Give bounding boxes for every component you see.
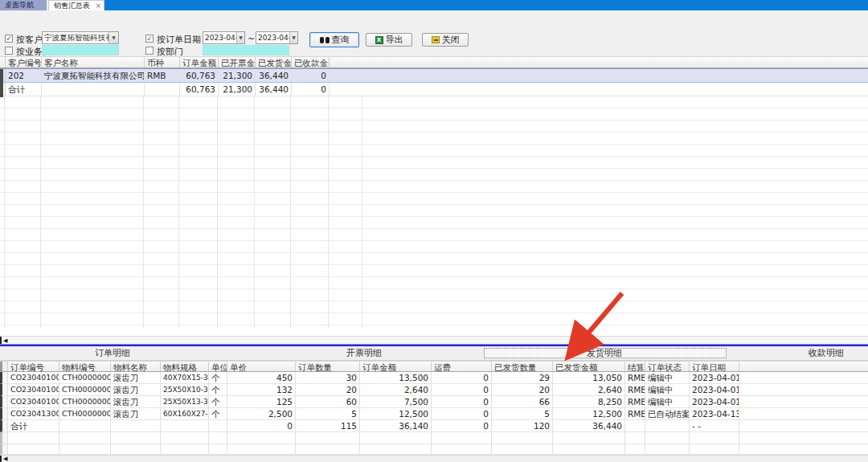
customer-combobox[interactable]: 宁波夏拓智能科技有限公 ▼	[42, 31, 119, 44]
close-icon[interactable]: ×	[95, 1, 101, 11]
cell[interactable]: 2,500	[227, 408, 296, 420]
cell[interactable]: 60,763	[180, 83, 219, 96]
header-material-name[interactable]: 物料名称	[111, 362, 161, 371]
cell[interactable]	[111, 420, 161, 432]
cell[interactable]: 0	[432, 372, 492, 384]
header-unit[interactable]: 单位	[209, 362, 227, 371]
header-unit-price[interactable]: 单价	[227, 362, 296, 371]
header-order-amount[interactable]: 订单金额	[360, 362, 432, 371]
cell[interactable]: 60,763	[180, 69, 219, 82]
header-shipped-amount[interactable]: 已发货金额	[553, 362, 625, 371]
header-currency[interactable]: 币种	[145, 57, 180, 67]
order-date-checkbox[interactable]: ✓	[145, 35, 154, 43]
tab-receipt-detail[interactable]: 收款明细	[809, 346, 844, 361]
cell[interactable]: - -	[690, 420, 739, 432]
cell[interactable]: CTH0000000208	[59, 384, 111, 396]
cell[interactable]	[625, 420, 645, 432]
cell[interactable]	[209, 420, 227, 432]
cell[interactable]: 8,250	[553, 396, 625, 408]
cell[interactable]: CTH0000000209	[59, 396, 111, 408]
cell[interactable]	[59, 420, 111, 432]
order-date-from-combobox[interactable]: 2023-04-01 ▼	[203, 31, 245, 44]
cell[interactable]: 36,440	[553, 420, 625, 432]
tab-desktop-nav[interactable]: 桌面导航	[0, 0, 47, 10]
cell[interactable]: 12,500	[360, 408, 432, 420]
cell[interactable]	[645, 420, 690, 432]
salesman-input[interactable]	[42, 45, 119, 55]
cell[interactable]: 20	[492, 384, 553, 396]
cell[interactable]	[42, 83, 145, 96]
order-date-to-combobox[interactable]: 2023-04-25 ▼	[256, 31, 298, 44]
cell[interactable]: RMB	[625, 408, 645, 420]
cell[interactable]: 2,640	[553, 384, 625, 396]
cell[interactable]: RMB	[625, 372, 645, 384]
chevron-down-icon[interactable]: ▼	[236, 32, 244, 43]
cell[interactable]: 25X50X13-30(122	[161, 396, 209, 408]
cell[interactable]: 115	[296, 420, 360, 432]
header-settle-currency[interactable]: 结算币	[625, 362, 645, 371]
chevron-down-icon[interactable]: ▼	[289, 32, 297, 43]
detail-grid-hscrollbar[interactable]: ◀	[0, 455, 868, 462]
cell[interactable]: CTH0000000021	[59, 372, 111, 384]
detail-total-row[interactable]: 合计 0 115 36,140 0 120 36,440 - -	[0, 420, 868, 432]
cell[interactable]: 7,500	[360, 396, 432, 408]
tab-sales-summary[interactable]: 销售汇总表 ×	[48, 0, 104, 10]
cell[interactable]: RMB	[145, 69, 180, 82]
header-material-spec[interactable]: 物料规格	[161, 362, 209, 371]
cell[interactable]	[145, 83, 180, 96]
cell[interactable]: 30	[296, 372, 360, 384]
cell[interactable]: 60	[296, 396, 360, 408]
summary-row-202[interactable]: 202 宁波夏拓智能科技有限公司 RMB 60,763 21,300 36,44…	[0, 68, 868, 83]
cell[interactable]: 13,500	[360, 372, 432, 384]
cell[interactable]: 2023-04-01	[690, 384, 739, 396]
department-input[interactable]	[203, 45, 289, 55]
cell[interactable]: 66	[492, 396, 553, 408]
cell[interactable]: 个	[209, 384, 227, 396]
cell[interactable]: 25X50X10-30(122	[161, 384, 209, 396]
cell[interactable]: 2023-04-13	[690, 408, 739, 420]
cell[interactable]: 滚齿刀	[111, 372, 161, 384]
header-order-status[interactable]: 订单状态	[645, 362, 690, 371]
cell[interactable]: 13,050	[553, 372, 625, 384]
cell[interactable]: 0	[432, 408, 492, 420]
cell[interactable]: 20	[296, 384, 360, 396]
cell[interactable]: 0	[292, 69, 330, 82]
tab-order-detail[interactable]: 订单明细	[95, 346, 130, 361]
cell[interactable]: 29	[492, 372, 553, 384]
cell[interactable]: 滚齿刀	[111, 384, 161, 396]
cell[interactable]: 21,300	[219, 69, 256, 82]
cell[interactable]: 滚齿刀	[111, 408, 161, 420]
header-received-amount[interactable]: 已收款金额	[292, 57, 330, 67]
summary-total-row[interactable]: 合计 60,763 21,300 36,440 0	[0, 83, 868, 96]
cell[interactable]: RMB	[625, 396, 645, 408]
cell[interactable]: 0	[432, 384, 492, 396]
cell[interactable]: 个	[209, 408, 227, 420]
cell[interactable]: 36,140	[360, 420, 432, 432]
cell[interactable]: 21,300	[219, 83, 256, 96]
header-order-amount[interactable]: 订单金额	[180, 57, 219, 67]
cell[interactable]: 450	[227, 372, 296, 384]
cell[interactable]	[161, 420, 209, 432]
detail-row[interactable]: CO230401002 CTH0000000209 滚齿刀 25X50X13-3…	[0, 396, 868, 408]
query-button[interactable]: 查询	[309, 32, 359, 47]
cell[interactable]: 5	[492, 408, 553, 420]
cell[interactable]: CO230401002	[8, 372, 59, 384]
summary-grid-hscrollbar[interactable]: ◀	[0, 336, 868, 344]
header-invoiced-amount[interactable]: 已开票金额	[219, 57, 256, 67]
header-customer-name[interactable]: 客户名称	[42, 57, 145, 67]
detail-row[interactable]: CO230413002 CTH0000000258 滚齿刀 60X160X27-…	[0, 408, 868, 420]
cell[interactable]: RMB	[625, 384, 645, 396]
detail-row[interactable]: CO230401002 CTH0000000208 滚齿刀 25X50X10-3…	[0, 384, 868, 396]
department-checkbox[interactable]	[145, 47, 154, 55]
cell[interactable]: 个	[209, 372, 227, 384]
cell[interactable]: CTH0000000258	[59, 408, 111, 420]
cell[interactable]: 125	[227, 396, 296, 408]
tab-invoice-detail[interactable]: 开票明细	[346, 346, 382, 361]
cell[interactable]: 编辑中	[645, 396, 690, 408]
header-order-no[interactable]: 订单编号	[8, 362, 59, 371]
cell[interactable]: 12,500	[553, 408, 625, 420]
customer-checkbox[interactable]: ✓	[5, 35, 13, 43]
tab-shipment-detail[interactable]: 发货明细	[587, 346, 622, 361]
header-order-qty[interactable]: 订单数量	[296, 362, 360, 371]
cell[interactable]: 已自动结案	[645, 408, 690, 420]
